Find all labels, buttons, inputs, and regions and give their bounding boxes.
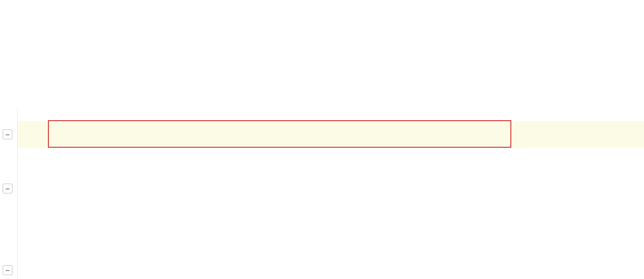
fold-icon[interactable] — [3, 184, 12, 193]
highlight-box — [48, 120, 511, 148]
gutter — [0, 108, 18, 279]
code-area[interactable]: yizhixiaoyu @PreAuthorize(("hasAuthority… — [18, 108, 644, 279]
current-line-highlight — [18, 121, 644, 148]
code-editor[interactable]: yizhixiaoyu @PreAuthorize(("hasAuthority… — [0, 108, 644, 279]
fold-icon[interactable] — [3, 265, 12, 275]
fold-icon[interactable] — [3, 130, 12, 139]
